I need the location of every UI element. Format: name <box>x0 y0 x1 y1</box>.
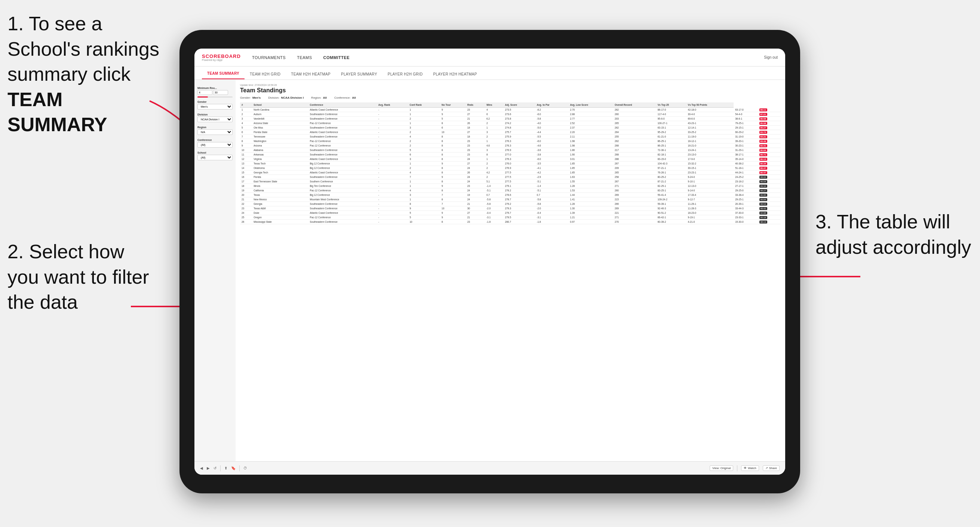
tab-player-summary[interactable]: PLAYER SUMMARY <box>336 69 382 79</box>
table-row: 16FloridaSoutheastern Conference-7924227… <box>240 175 781 179</box>
bookmark-icon[interactable]: 🔖 <box>231 466 235 470</box>
sub-nav: TEAM SUMMARY TEAM H2H GRID TEAM H2H HEAT… <box>194 67 785 80</box>
main-content: Minimum Rou... Gender Men's Division NCA… <box>194 80 785 461</box>
table-row: 2AuburnSoutheastern Conference-19276273.… <box>240 112 781 117</box>
table-row: 10AlabamaSoutheastern Conference-5823327… <box>240 148 781 152</box>
table-row: 22GeorgiaSoutheastern Conference-8721-5.… <box>240 202 781 206</box>
tab-team-summary[interactable]: TEAM SUMMARY <box>202 68 245 79</box>
col-overall: Overall Record <box>613 102 656 108</box>
logo-sub: Powered by clippi <box>202 59 241 61</box>
table-row: 14OklahomaBig 12 Conference-28242276.9-4… <box>240 166 781 170</box>
col-rank: # <box>240 102 252 108</box>
col-no-tour: No Tour <box>440 102 466 108</box>
toolbar-divider-2 <box>239 465 240 471</box>
team-summary-bold: TEAM SUMMARY <box>8 89 107 136</box>
table-row: 4Arizona StatePac-12 Conference-18262274… <box>240 121 781 125</box>
col-school: School <box>252 102 308 108</box>
conference-label: Conference <box>197 139 232 141</box>
min-rounds-slider[interactable] <box>197 97 232 98</box>
table-row: 15Georgia TechAtlantic Coast Conference-… <box>240 170 781 175</box>
table-row: 25OregonPac-12 Conference-5921-3.1279.5-… <box>240 215 781 220</box>
table-area: Update time: 27/03/2024 16:56:26 Team St… <box>235 80 785 461</box>
tab-player-h2h-heatmap[interactable]: PLAYER H2H HEATMAP <box>428 69 482 79</box>
gender-select[interactable]: Men's <box>197 104 232 110</box>
back-icon[interactable]: ◀ <box>200 466 203 470</box>
conference-select[interactable]: (All) <box>197 142 232 148</box>
col-avg-par: Avg. to Par <box>535 102 569 108</box>
nav-teams[interactable]: TEAMS <box>297 54 312 61</box>
logo-area: SCOREBOARD Powered by clippi <box>202 54 241 61</box>
table-row: 12VirginiaAtlantic Coast Conference-3824… <box>240 157 781 162</box>
col-avg-rank: Avg. Rank <box>377 102 408 108</box>
tab-player-h2h-grid[interactable]: PLAYER H2H GRID <box>382 69 428 79</box>
tablet-screen: SCOREBOARD Powered by clippi TOURNAMENTS… <box>194 49 785 475</box>
min-rounds-min-input[interactable] <box>197 90 212 95</box>
instruction-step-1: 1. To see a School's rankings summary cl… <box>8 11 164 138</box>
tab-team-h2h-grid[interactable]: TEAM H2H GRID <box>245 69 286 79</box>
gender-label: Gender <box>197 100 232 103</box>
table-row: 23Texas A&MSoutheastern Conference-91030… <box>240 206 781 211</box>
update-time: Update time: 27/03/2024 16:56:26 <box>240 84 781 86</box>
watch-label: Watch <box>748 467 756 470</box>
region-label: Region <box>197 126 232 129</box>
sidebar-filters: Minimum Rou... Gender Men's Division NCA… <box>194 80 235 461</box>
min-rounds-max-input[interactable] <box>213 90 228 95</box>
nav-bar: SCOREBOARD Powered by clippi TOURNAMENTS… <box>194 49 785 67</box>
table-title: Team Standings <box>240 87 781 94</box>
table-header: Update time: 27/03/2024 16:56:26 Team St… <box>240 84 781 99</box>
school-select[interactable]: (All) <box>197 155 232 160</box>
conference-filter-display: Conference: All <box>334 96 356 99</box>
min-rounds-label: Minimum Rou... <box>197 87 232 89</box>
watch-icon: 👁 <box>744 467 747 470</box>
division-select[interactable]: NCAA Division I <box>197 117 232 122</box>
standings-table: # School Conference Avg. Rank Conf Rank … <box>240 102 781 224</box>
share-icon[interactable]: ⬆ <box>224 466 228 470</box>
table-row: 8WashingtonPac-12 Conference-28231276.3-… <box>240 139 781 143</box>
col-avg-low: Avg. Low Score <box>568 102 613 108</box>
nav-items: TOURNAMENTS TEAMS COMMITTEE <box>252 54 764 61</box>
region-filter-display: Region: All <box>311 96 327 99</box>
nav-tournaments[interactable]: TOURNAMENTS <box>252 54 286 61</box>
col-conference: Conference <box>309 102 377 108</box>
sign-out-button[interactable]: Sign out <box>764 55 778 59</box>
watch-button[interactable]: 👁 Watch <box>741 465 759 471</box>
region-select[interactable]: N/A <box>197 129 232 135</box>
table-row: 18IllinoisBig Ten Conference-1923-1.4279… <box>240 184 781 188</box>
table-row: 20TexasBig 12 Conference-37190.7278.60.7… <box>240 193 781 197</box>
table-row: 6Florida StateAtlantic Coast Conference-… <box>240 130 781 135</box>
toolbar-divider-1 <box>220 465 221 471</box>
table-row: 17East Tennessee StateSouthern Conferenc… <box>240 179 781 184</box>
share-btn-icon: ↗ <box>765 467 768 470</box>
instruction-step-3: 3. The table will adjust accordingly <box>816 209 972 260</box>
division-filter-display: Division: NCAA Division I <box>268 96 304 99</box>
table-row: 26Mississippi StateSoutheastern Conferen… <box>240 220 781 224</box>
table-row: 9ArizonaPac-12 Conference-28234.6276.3-4… <box>240 143 781 148</box>
table-row: 7TennesseeSoutheastern Conference-481822… <box>240 135 781 139</box>
table-row: 11ArkansasSoutheastern Conference-682382… <box>240 152 781 157</box>
instruction-step-2: 2. Select how you want to filter the dat… <box>8 239 150 315</box>
bottom-toolbar: ◀ ▶ ↺ ⬆ 🔖 ⏱ View: Original 👁 Watch ↗ Sha… <box>194 461 785 475</box>
gender-filter-display: Gender: Men's <box>240 96 261 99</box>
toolbar-divider-3 <box>737 465 737 471</box>
school-label: School <box>197 151 232 154</box>
table-row: 5Ole MissSoutheastern Conference-3618127… <box>240 125 781 130</box>
col-wins: Wins <box>485 102 504 108</box>
clock-icon: ⏱ <box>243 466 247 470</box>
table-row: 3VanderbiltSoutheastern Conference-25216… <box>240 117 781 121</box>
refresh-icon[interactable]: ↺ <box>213 466 216 470</box>
col-conf-rank: Conf Rank <box>408 102 440 108</box>
table-row: 1North CarolinaAtlantic Coast Conference… <box>240 108 781 112</box>
view-original-button[interactable]: View: Original <box>710 465 733 471</box>
tab-team-h2h-heatmap[interactable]: TEAM H2H HEATMAP <box>286 69 336 79</box>
nav-committee[interactable]: COMMITTEE <box>323 54 350 61</box>
logo-text: SCOREBOARD <box>202 54 241 59</box>
col-vs-top-50: Vs Top 50 Points <box>686 102 734 108</box>
col-adj-score: Adj. Score <box>504 102 535 108</box>
table-row: 21New MexicoMountain West Conference-182… <box>240 197 781 202</box>
table-row: 19CaliforniaPac-12 Conference-4824-5.127… <box>240 188 781 193</box>
forward-icon[interactable]: ▶ <box>207 466 210 470</box>
view-original-label: View: Original <box>712 467 730 470</box>
share-label: Share <box>769 467 777 470</box>
share-button[interactable]: ↗ Share <box>763 465 780 471</box>
tablet-device: SCOREBOARD Powered by clippi TOURNAMENTS… <box>180 30 800 494</box>
